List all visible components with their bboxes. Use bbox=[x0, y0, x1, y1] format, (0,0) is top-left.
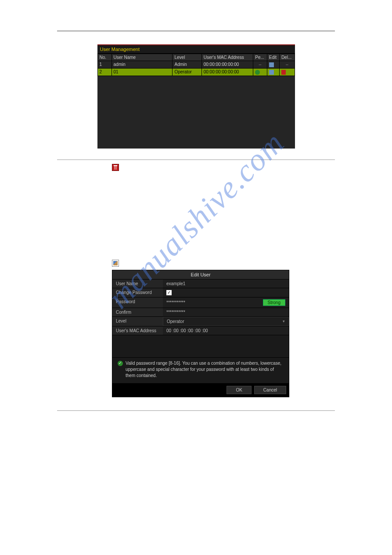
cell-del[interactable] bbox=[279, 68, 295, 76]
table-row[interactable]: 1 admin Admin 00:00:00:00:00:00 – – bbox=[97, 61, 295, 69]
label-mac: User's MAC Address bbox=[112, 326, 163, 335]
chevron-down-icon: ▾ bbox=[283, 319, 285, 323]
col-level[interactable]: Level bbox=[173, 54, 201, 61]
divider bbox=[57, 410, 335, 411]
ok-button[interactable]: OK bbox=[227, 386, 251, 394]
col-no[interactable]: No. bbox=[97, 54, 111, 61]
panel-title: User Management bbox=[97, 45, 295, 54]
dialog-title: Edit User bbox=[112, 270, 289, 279]
cell-level: Operator bbox=[173, 68, 201, 76]
table-row[interactable]: 2 01 Operator 00:00:00:00:00:00 bbox=[97, 68, 295, 76]
table-empty-area bbox=[97, 76, 295, 149]
cell-edit[interactable] bbox=[267, 68, 279, 76]
user-management-screenshot: User Management No. User Name Level User… bbox=[97, 44, 295, 149]
cell-mac: 00:00:00:00:00:00 bbox=[201, 68, 253, 76]
user-table: No. User Name Level User's MAC Address P… bbox=[97, 54, 295, 76]
password-field[interactable]: *********** Strong bbox=[163, 297, 289, 308]
level-value: Operator bbox=[167, 319, 184, 324]
trash-icon[interactable] bbox=[281, 70, 286, 75]
cell-no: 1 bbox=[97, 61, 111, 69]
trash-icon bbox=[112, 164, 119, 171]
cell-edit[interactable] bbox=[267, 61, 279, 69]
cell-mac: 00:00:00:00:00:00 bbox=[201, 61, 253, 69]
check-icon[interactable] bbox=[255, 70, 260, 75]
label-confirm: Confirm bbox=[112, 308, 163, 316]
cell-perm[interactable] bbox=[253, 68, 267, 76]
cell-user: 01 bbox=[111, 68, 173, 76]
password-value: *********** bbox=[166, 300, 185, 305]
mac-field[interactable]: 00 :00 :00 :00 :00 :00 bbox=[163, 326, 289, 335]
col-username[interactable]: User Name bbox=[111, 54, 173, 61]
checkbox-changepw[interactable]: ✓ bbox=[163, 288, 289, 297]
label-level: Level bbox=[112, 317, 163, 326]
check-icon bbox=[118, 361, 123, 366]
cell-perm: – bbox=[253, 61, 267, 69]
strength-badge: Strong bbox=[263, 299, 285, 306]
cancel-button[interactable]: Cancel bbox=[254, 386, 286, 394]
top-rule bbox=[57, 31, 335, 31]
edit-user-screenshot: Edit User User Name example1 Change Pass… bbox=[112, 270, 289, 397]
level-select[interactable]: Operator ▾ bbox=[163, 317, 289, 326]
cell-level: Admin bbox=[173, 61, 201, 69]
edit-icon bbox=[112, 260, 119, 267]
col-mac[interactable]: User's MAC Address bbox=[201, 54, 253, 61]
checkbox-icon[interactable]: ✓ bbox=[166, 290, 172, 295]
divider bbox=[57, 160, 335, 160]
hint-text: Valid password range [8-16]. You can use… bbox=[126, 360, 284, 379]
cell-no: 2 bbox=[97, 68, 111, 76]
col-edit[interactable]: Edit bbox=[267, 54, 279, 61]
cell-user: admin bbox=[111, 61, 173, 69]
cell-del: – bbox=[279, 61, 295, 69]
label-username: User Name bbox=[112, 279, 163, 288]
col-delete[interactable]: Del... bbox=[279, 54, 295, 61]
value-username[interactable]: example1 bbox=[163, 279, 289, 288]
edit-icon[interactable] bbox=[269, 70, 274, 75]
label-password: Password bbox=[112, 297, 163, 308]
confirm-field[interactable]: *********** bbox=[163, 308, 289, 316]
password-hint: Valid password range [8-16]. You can use… bbox=[112, 357, 289, 383]
edit-icon[interactable] bbox=[269, 62, 274, 67]
dialog-spacer bbox=[112, 335, 289, 357]
col-permission[interactable]: Pe... bbox=[253, 54, 267, 61]
label-changepw: Change Password bbox=[112, 288, 163, 297]
